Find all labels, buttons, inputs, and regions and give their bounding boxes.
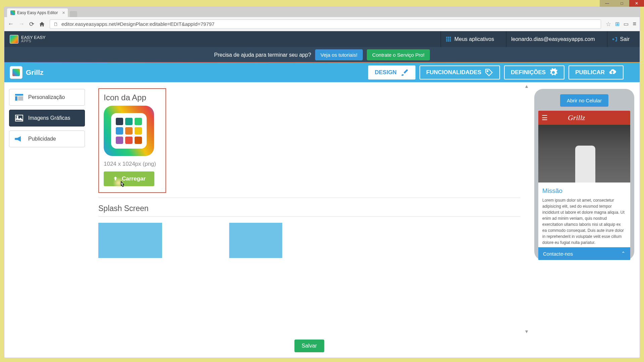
preview-section-title: Missão <box>542 187 626 195</box>
logout-icon <box>612 37 617 42</box>
chevron-up-icon: ⌃ <box>621 251 626 257</box>
preview-body-text: Lorem ipsum dolor sit amet, consectetur … <box>542 197 626 246</box>
reload-icon[interactable]: ⟳ <box>29 20 34 28</box>
bookmark-star-icon[interactable]: ☆ <box>606 20 611 28</box>
brand-logo[interactable]: EASY EASY APPS <box>10 35 46 44</box>
splash-preview-portrait[interactable] <box>229 223 282 258</box>
phone-frame: Abrir no Celular ☰ Grillz Missão Lorem i… <box>534 89 634 260</box>
app-icon-small <box>10 66 22 79</box>
cloud-upload-icon <box>608 68 617 77</box>
layout-icon <box>15 94 23 101</box>
apps-grid-icon <box>446 36 452 42</box>
contact-label: Contacte-nos <box>543 251 573 257</box>
icon-dimensions-text: 1024 x 1024px (png) <box>104 161 161 167</box>
splash-section-title: Splash Screen <box>98 204 520 213</box>
svg-rect-3 <box>446 38 447 40</box>
sidebar-item-ads[interactable]: Publicidade <box>9 131 85 147</box>
sidebar-graphics-label: Imagens Gráficas <box>28 115 70 121</box>
svg-rect-12 <box>18 96 23 101</box>
svg-rect-5 <box>450 38 451 40</box>
browser-navbar: ← → ⟳ 🗋 editor.easyeasyapps.net/#DesignP… <box>4 17 640 31</box>
device-icon[interactable]: ▭ <box>624 21 629 27</box>
url-text: editor.easyeasyapps.net/#DesignPlace:edi… <box>61 21 214 27</box>
gear-icon <box>549 68 558 77</box>
url-input[interactable]: 🗋 editor.easyeasyapps.net/#DesignPlace:e… <box>50 19 601 29</box>
tab-close-icon[interactable]: ✕ <box>62 11 65 15</box>
tab-design[interactable]: DESIGN <box>368 65 415 80</box>
upload-arrow-icon <box>112 176 118 182</box>
sidebar-personalize-label: Personalização <box>28 94 65 100</box>
hamburger-menu-icon[interactable]: ☰ <box>542 114 548 122</box>
logout-label: Sair <box>620 36 630 42</box>
svg-rect-2 <box>450 37 451 38</box>
preview-app-logo: Grillz <box>568 113 585 122</box>
svg-rect-0 <box>446 37 447 38</box>
user-email-text: leonardo.dias@easyeasyapps.com <box>511 36 595 42</box>
svg-point-9 <box>487 70 488 71</box>
upload-button-label: Carregar <box>122 175 146 182</box>
window-minimize-button[interactable]: — <box>600 0 614 7</box>
tab-favicon-icon <box>10 10 15 15</box>
tag-icon <box>485 68 493 77</box>
svg-point-14 <box>17 116 18 117</box>
svg-rect-8 <box>450 40 451 42</box>
brand-mark-icon <box>10 35 18 44</box>
splash-preview-landscape[interactable] <box>98 223 162 258</box>
design-sidebar: Personalização Imagens Gráficas Publicid… <box>4 82 90 358</box>
sidebar-ads-label: Publicidade <box>28 136 56 142</box>
svg-rect-4 <box>448 38 449 40</box>
brush-icon <box>400 68 409 77</box>
sidebar-item-personalize[interactable]: Personalização <box>9 89 85 106</box>
app-header-bar: Grillz DESIGN FUNCIONALIDADES DEFINIÇÕES <box>4 63 640 82</box>
window-maximize-button[interactable]: □ <box>614 0 629 7</box>
tutorials-button[interactable]: Veja os tutoriais! <box>315 49 363 60</box>
app-name-label: Grillz <box>26 68 44 76</box>
tab-design-label: DESIGN <box>375 69 397 76</box>
home-icon[interactable] <box>39 21 45 27</box>
phone-screen: ☰ Grillz Missão Lorem ipsum dolor sit am… <box>538 111 630 260</box>
icon-section-highlighted: Icon da App 1024 x 1024px (png) <box>98 88 166 193</box>
browser-tab[interactable]: Easy Easy Apps Editor ✕ <box>7 8 68 17</box>
tab-settings-label: DEFINIÇÕES <box>511 69 546 76</box>
image-icon <box>15 115 23 121</box>
extension-icon[interactable]: ⊞ <box>615 21 620 27</box>
help-bar: Precisa de ajuda para terminar seu app? … <box>4 47 640 63</box>
brand-line2: APPS <box>21 40 46 43</box>
svg-rect-11 <box>15 96 17 101</box>
help-question: Precisa de ajuda para terminar seu app? <box>214 52 311 58</box>
tab-publish[interactable]: PUBLICAR <box>568 65 624 80</box>
svg-rect-1 <box>448 37 449 38</box>
preview-hero-image <box>538 125 630 183</box>
user-email[interactable]: leonardo.dias@easyeasyapps.com <box>506 31 599 47</box>
scroll-up-icon[interactable]: ▲ <box>524 84 529 89</box>
tab-title: Easy Easy Apps Editor <box>17 10 58 15</box>
tab-features[interactable]: FUNCIONALIDADES <box>419 65 500 80</box>
preview-app-header: ☰ Grillz <box>538 111 630 125</box>
save-button[interactable]: Salvar <box>294 340 324 352</box>
pro-service-button[interactable]: Contrate o Serviço Pro! <box>367 49 430 60</box>
main-content: ▲ Icon da App 1024 x 1024px (png) <box>90 82 529 358</box>
contact-us-bar[interactable]: Contacte-nos ⌃ <box>538 247 630 260</box>
tab-publish-label: PUBLICAR <box>575 69 605 76</box>
my-apps-label: Meus aplicativos <box>454 36 494 42</box>
my-apps-link[interactable]: Meus aplicativos <box>441 31 499 47</box>
forward-icon: → <box>18 20 24 28</box>
upload-icon-button[interactable]: Carregar <box>104 171 154 186</box>
browser-tabbar: Easy Easy Apps Editor ✕ <box>4 7 640 17</box>
svg-rect-6 <box>446 40 447 42</box>
app-icon-preview <box>104 106 154 156</box>
svg-rect-10 <box>15 94 23 96</box>
page-icon: 🗋 <box>53 21 58 27</box>
phone-preview-panel: Abrir no Celular ☰ Grillz Missão Lorem i… <box>529 82 640 358</box>
scroll-down-icon[interactable]: ▼ <box>524 329 529 334</box>
window-close-button[interactable]: ✕ <box>629 0 644 7</box>
tab-settings[interactable]: DEFINIÇÕES <box>504 65 564 80</box>
svg-rect-7 <box>448 40 449 42</box>
browser-menu-icon[interactable]: ≡ <box>633 20 636 28</box>
logout-link[interactable]: Sair <box>607 31 634 47</box>
app-topbar: EASY EASY APPS Meus aplicativos leonardo… <box>4 31 640 47</box>
open-on-mobile-button[interactable]: Abrir no Celular <box>560 94 608 107</box>
new-tab-button[interactable] <box>70 11 77 17</box>
sidebar-item-graphics[interactable]: Imagens Gráficas <box>9 110 85 126</box>
back-icon[interactable]: ← <box>8 20 14 28</box>
